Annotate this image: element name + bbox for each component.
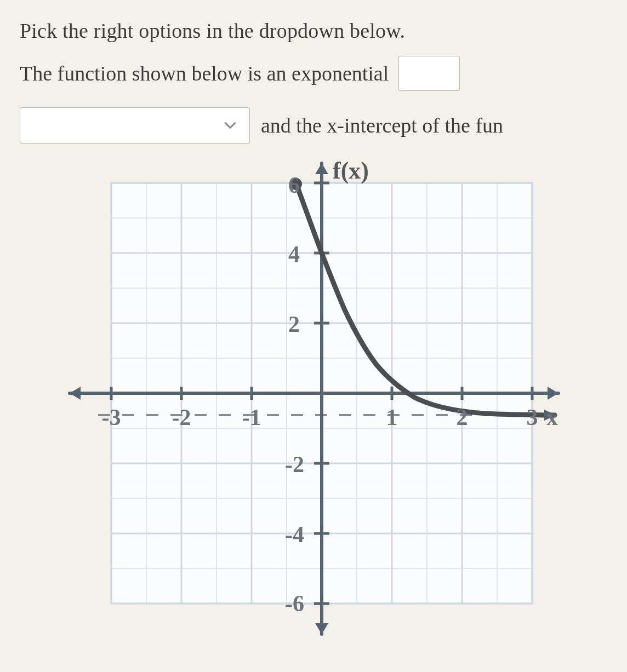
svg-marker-32 [315, 623, 328, 634]
instruction-text: Pick the right options in the dropdown b… [20, 19, 607, 43]
svg-marker-29 [548, 387, 558, 400]
chevron-down-icon [222, 117, 238, 134]
svg-text:6: 6 [288, 173, 300, 198]
svg-text:-6: -6 [285, 591, 304, 616]
function-graph: f(x) x 2 4 6 -2 -4 -6 -3 -2 -1 1 2 3 [59, 157, 568, 644]
svg-text:2: 2 [457, 405, 468, 430]
dropdown-asymptote[interactable] [20, 107, 250, 143]
svg-text:-2: -2 [172, 405, 191, 430]
svg-text:-2: -2 [285, 452, 304, 477]
svg-text:-3: -3 [102, 405, 121, 430]
svg-marker-31 [315, 163, 328, 174]
svg-text:2: 2 [288, 312, 300, 337]
axis-label-x: x [546, 405, 558, 430]
svg-text:3: 3 [527, 405, 538, 430]
svg-text:4: 4 [288, 242, 300, 267]
svg-text:-1: -1 [242, 405, 261, 430]
axis-label-fx: f(x) [333, 157, 369, 184]
svg-text:1: 1 [386, 405, 398, 430]
svg-marker-30 [70, 387, 81, 400]
svg-text:-4: -4 [285, 522, 304, 547]
sentence-part-a: The function shown below is an exponenti… [20, 61, 389, 85]
dropdown-blank-1[interactable] [398, 56, 460, 91]
sentence-part-b: and the x-intercept of the fun [261, 113, 503, 137]
